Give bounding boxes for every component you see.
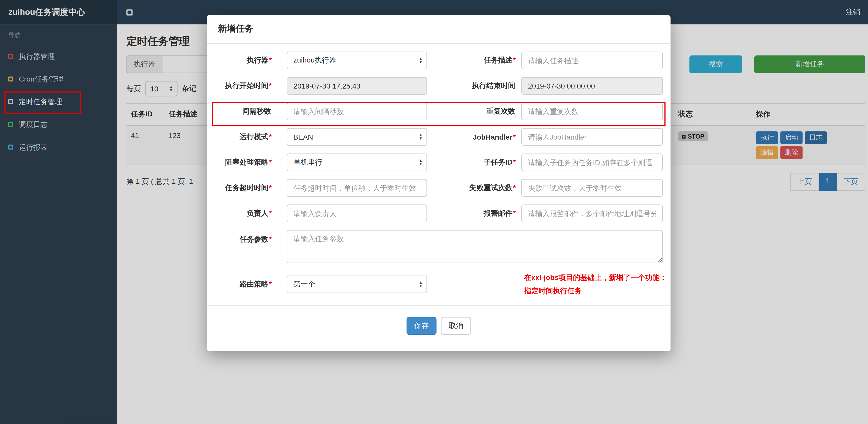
form-row: 执行器* zuihou执行器 ▲▼ 任务描述* bbox=[214, 52, 663, 69]
owner-input[interactable] bbox=[287, 204, 427, 222]
route-strategy-select-value: 第一个 bbox=[293, 279, 315, 289]
child-job-id-label: 子任务ID* bbox=[427, 157, 516, 167]
end-time-label: 执行结束时间 bbox=[427, 81, 516, 91]
run-mode-select-value: BEAN bbox=[293, 133, 313, 141]
feature-note: 在xxl-jobs项目的基础上，新增了一个功能： 指定时间执行任务 bbox=[524, 271, 667, 297]
block-strategy-select[interactable]: 单机串行 ▲▼ bbox=[287, 153, 427, 171]
job-params-label: 任务参数* bbox=[214, 234, 272, 244]
modal-title: 新增任务 bbox=[207, 15, 671, 44]
timeout-label: 任务超时时间* bbox=[214, 183, 272, 193]
form-row: 任务参数* bbox=[214, 230, 663, 263]
interval-label: 间隔秒数 bbox=[214, 106, 272, 117]
select-arrows-icon: ▲▼ bbox=[419, 281, 423, 288]
interval-seconds-input[interactable] bbox=[287, 103, 427, 120]
select-arrows-icon: ▲▼ bbox=[419, 159, 423, 166]
form-row: 间隔秒数 重复次数 bbox=[214, 103, 663, 120]
modal-footer: 保存 取消 bbox=[207, 306, 671, 351]
jobhandler-label: JobHandler* bbox=[427, 133, 516, 141]
executor-select[interactable]: zuihou执行器 ▲▼ bbox=[287, 52, 427, 69]
retry-count-input[interactable] bbox=[521, 179, 663, 197]
form-row: 阻塞处理策略* 单机串行 ▲▼ 子任务ID* bbox=[214, 153, 663, 171]
start-time-label: 执行开始时间* bbox=[214, 81, 272, 91]
retry-count-label: 失败重试次数* bbox=[427, 183, 516, 193]
form-row: 执行开始时间* 执行结束时间 bbox=[214, 77, 663, 95]
end-time-input[interactable] bbox=[521, 77, 663, 95]
jobhandler-input[interactable] bbox=[521, 128, 663, 146]
route-strategy-select[interactable]: 第一个 ▲▼ bbox=[287, 275, 427, 293]
add-job-modal: 新增任务 执行器* zuihou执行器 ▲▼ 任务描述* 执行开始时 bbox=[207, 15, 671, 351]
start-time-input[interactable] bbox=[287, 77, 427, 95]
job-desc-input[interactable] bbox=[521, 52, 663, 69]
repeat-count-input[interactable] bbox=[521, 103, 663, 120]
form-row: 运行模式* BEAN ▲▼ JobHandler* bbox=[214, 128, 663, 146]
form-row: 负责人* 报警邮件* bbox=[214, 204, 663, 222]
timeout-input[interactable] bbox=[287, 179, 427, 197]
form-row: 任务超时时间* 失败重试次数* bbox=[214, 179, 663, 197]
job-params-textarea[interactable] bbox=[287, 230, 663, 263]
job-desc-label: 任务描述* bbox=[427, 56, 516, 65]
block-strategy-label: 阻塞处理策略* bbox=[214, 157, 272, 167]
feature-note-line2: 指定时间执行任务 bbox=[524, 284, 667, 298]
repeat-count-label: 重复次数 bbox=[427, 106, 516, 117]
select-arrows-icon: ▲▼ bbox=[419, 134, 423, 140]
cancel-button[interactable]: 取消 bbox=[441, 317, 471, 335]
block-strategy-select-value: 单机串行 bbox=[293, 157, 322, 167]
alarm-email-input[interactable] bbox=[521, 204, 663, 222]
modal-body: 执行器* zuihou执行器 ▲▼ 任务描述* 执行开始时间* bbox=[207, 44, 671, 298]
save-button[interactable]: 保存 bbox=[407, 317, 437, 335]
select-arrows-icon: ▲▼ bbox=[419, 57, 423, 64]
owner-label: 负责人* bbox=[214, 208, 272, 218]
run-mode-label: 运行模式* bbox=[214, 132, 272, 142]
form-row: 路由策略* 第一个 ▲▼ 在xxl-jobs项目的基础上，新增了一个功能： 指定… bbox=[214, 271, 663, 297]
run-mode-select[interactable]: BEAN ▲▼ bbox=[287, 128, 427, 146]
app-root: zuihou任务调度中心 注销 导航 执行器管理 Cron任务管理 定时任务管理… bbox=[0, 0, 868, 424]
feature-note-line1: 在xxl-jobs项目的基础上，新增了一个功能： bbox=[524, 271, 667, 284]
executor-select-value: zuihou执行器 bbox=[293, 56, 337, 65]
alarm-email-label: 报警邮件* bbox=[427, 208, 516, 218]
route-strategy-label: 路由策略* bbox=[214, 279, 272, 289]
child-job-id-input[interactable] bbox=[521, 153, 663, 171]
executor-label: 执行器* bbox=[214, 56, 272, 65]
